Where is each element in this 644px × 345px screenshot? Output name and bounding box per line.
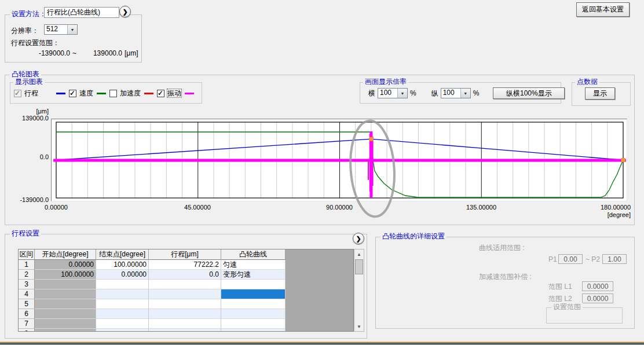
table-cell[interactable]: 0.0: [149, 270, 221, 280]
resolution-label: 分辨率：: [11, 27, 39, 35]
zoom-controls: 横 100 ▼ % 纵 100 ▼ % 纵横100%显示: [368, 87, 565, 99]
table-cell[interactable]: [149, 329, 221, 332]
table-cell[interactable]: [35, 289, 96, 299]
stroke-range-unit: [μm]: [125, 49, 138, 58]
horizontal-zoom-select[interactable]: 100 ▼: [378, 88, 408, 98]
table-cell[interactable]: [221, 280, 286, 289]
table-cell[interactable]: [96, 329, 149, 332]
display-checkbox: [14, 90, 21, 97]
set-range-box: 设置范围: [546, 307, 623, 324]
table-filler-area: [286, 249, 353, 331]
display-checkbox-label: 振动: [167, 89, 181, 97]
resolution-value: 512: [45, 25, 67, 34]
y-axis-max-label: 139000.0: [12, 115, 49, 122]
table-cell[interactable]: [35, 280, 96, 289]
setting-method-group: 设置方法： 行程比(凸轮曲线) ❯ 分辨率： 512 ▼ 行程设置范围： -13…: [5, 14, 142, 63]
stroke-table-expand-button[interactable]: ❯: [353, 233, 364, 244]
scroll-up-icon[interactable]: ▲: [354, 249, 364, 259]
table-cell[interactable]: 0.00000: [96, 270, 149, 280]
scrollbar-thumb[interactable]: [355, 259, 363, 274]
table-cell[interactable]: 100.00000: [35, 270, 96, 280]
accel-comp-label: 加减速范围补偿 :: [479, 273, 532, 281]
range-l2-label: 范围 L2: [548, 295, 572, 303]
column-header: 区间号: [19, 249, 35, 260]
resolution-select[interactable]: 512 ▼: [44, 24, 78, 35]
table-cell[interactable]: [35, 329, 96, 332]
zoom-group-title: 画面显示倍率: [363, 78, 408, 86]
table-cell[interactable]: 匀速: [221, 260, 286, 270]
table-cell[interactable]: [149, 309, 221, 319]
curve-detail-group: 凸轮曲线的详细设置 曲线适用范围 : P1 0.00 ~ P2 1.00 加减速…: [375, 237, 635, 329]
vertical-zoom-value: 100: [441, 89, 460, 98]
table-cell[interactable]: [96, 289, 149, 299]
table-cell[interactable]: [149, 280, 221, 289]
row-header-cell: 5: [19, 299, 35, 309]
show-point-data-button[interactable]: 显示: [585, 87, 615, 100]
table-cell[interactable]: 100.00000: [96, 260, 149, 270]
chevron-down-icon[interactable]: ▼: [67, 25, 77, 34]
table-cell[interactable]: [149, 299, 221, 309]
scroll-down-icon[interactable]: ▼: [354, 322, 364, 331]
table-cell[interactable]: [149, 289, 221, 299]
point-data-group: 点数据 显示: [572, 82, 631, 106]
table-cell[interactable]: [35, 309, 96, 319]
back-to-basic-settings-button[interactable]: 返回基本设置: [576, 2, 630, 17]
display-checkbox-label: 加速度: [120, 89, 141, 97]
table-cell[interactable]: [221, 309, 286, 319]
table-cell[interactable]: [96, 299, 149, 309]
x-tick-label: 0.00000: [33, 204, 79, 211]
range-l2-field: 0.0000: [582, 293, 613, 303]
series-color-swatch: [185, 93, 194, 94]
table-cell[interactable]: [96, 319, 149, 329]
table-cell[interactable]: [221, 299, 286, 309]
setting-method-field[interactable]: 行程比(凸轮曲线): [44, 7, 119, 18]
bottom-window-edge: [0, 342, 644, 345]
table-cell[interactable]: [221, 319, 286, 329]
column-header: 结束点[degree]: [96, 249, 149, 260]
range-l1-field: 0.0000: [582, 281, 613, 291]
table-cell[interactable]: 77222.2: [149, 260, 221, 270]
table-scrollbar[interactable]: ▲ ▼: [354, 249, 364, 332]
setting-method-expand-button[interactable]: ❯: [119, 6, 131, 17]
table-cell[interactable]: [96, 280, 149, 289]
row-header-cell: 2: [19, 270, 35, 280]
setting-method-label: 设置方法：: [10, 10, 48, 19]
x-tick-label: 135.00000: [458, 204, 504, 211]
cam-setup-screen: 返回基本设置 设置方法： 行程比(凸轮曲线) ❯ 分辨率： 512 ▼ 行程设置…: [0, 0, 644, 345]
chevron-down-icon[interactable]: ▼: [397, 89, 407, 98]
y-axis-min-label: -139000.0: [12, 196, 49, 203]
table-cell[interactable]: [221, 289, 286, 299]
table-cell[interactable]: 变形匀速: [221, 270, 286, 280]
display-checkbox[interactable]: [157, 90, 164, 97]
column-header: 行程[μm]: [149, 249, 221, 260]
table-cell[interactable]: [35, 299, 96, 309]
horizontal-zoom-label: 横: [368, 89, 375, 97]
stroke-table: 区间号开始点[degree]结束点[degree]行程[μm]凸轮曲线 10.0…: [18, 249, 354, 332]
chevron-down-icon[interactable]: ▼: [460, 89, 470, 98]
chart-background: [51, 119, 627, 201]
display-checkbox[interactable]: [109, 90, 117, 97]
stroke-range-max: 139000.0: [83, 49, 122, 58]
chevron-right-icon: ❯: [356, 235, 361, 243]
display-checkbox-label: 速度: [79, 89, 93, 97]
tilde-p2-label: ~ P2: [586, 255, 600, 264]
table-cell[interactable]: [221, 329, 286, 332]
table-cell[interactable]: [35, 319, 96, 329]
zoom-group: 画面显示倍率 横 100 ▼ % 纵 100 ▼ % 纵横100%显示: [360, 82, 561, 104]
series-color-swatch: [144, 93, 153, 94]
vertical-zoom-select[interactable]: 100 ▼: [441, 88, 471, 98]
point-data-title: 点数据: [575, 78, 599, 86]
table-cell[interactable]: 0.00000: [35, 260, 96, 270]
display-toggle-row: 行程速度加速度振动: [14, 89, 194, 98]
stroke-settings-title: 行程设置: [10, 229, 41, 238]
display-checkbox[interactable]: [69, 90, 76, 97]
table-cell[interactable]: [149, 319, 221, 329]
column-header: 开始点[degree]: [35, 249, 96, 260]
fit-100-percent-button[interactable]: 纵横100%显示: [493, 87, 565, 99]
vertical-zoom-unit: %: [473, 89, 480, 97]
x-axis-unit: [degree]: [584, 211, 631, 218]
x-tick-label: 180.00000: [584, 204, 631, 211]
table-cell[interactable]: [96, 309, 149, 319]
range-l1-label: 范围 L1: [548, 282, 572, 291]
display-chart-group: 显示图表 行程速度加速度振动: [10, 82, 202, 104]
